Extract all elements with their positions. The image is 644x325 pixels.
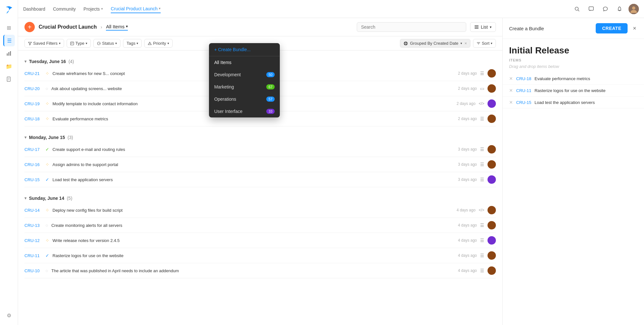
sort-btn[interactable]: Sort ▾ xyxy=(473,39,496,48)
item-title[interactable]: Create monitoring alerts for all servers xyxy=(51,223,455,228)
status-icon: ✓ xyxy=(45,253,49,258)
item-id[interactable]: CRU-17 xyxy=(24,147,42,152)
nav-dashboard[interactable]: Dashboard xyxy=(23,5,45,13)
item-id[interactable]: CRU-16 xyxy=(24,162,42,167)
search-icon-btn[interactable] xyxy=(572,4,582,14)
chat-icon-btn[interactable] xyxy=(586,4,596,14)
item-title[interactable]: Deploy new config files for build script xyxy=(52,208,453,213)
item-avatar xyxy=(488,221,496,229)
tags-filter-btn[interactable]: Tags ▾ xyxy=(123,39,142,48)
item-type-icon: ☰ xyxy=(480,147,484,152)
group-header-sunday[interactable]: ▾ Sunday, June 14 (5) xyxy=(24,192,496,203)
group-chevron: ▾ xyxy=(24,196,26,200)
dropdown-ops-badge: 57 xyxy=(266,97,275,102)
item-id[interactable]: CRU-10 xyxy=(24,268,42,273)
item-title[interactable]: Write release notes for version 2.4.5 xyxy=(52,238,455,243)
status-icon: ✓ xyxy=(45,147,49,152)
app-logo xyxy=(3,4,15,15)
item-avatar xyxy=(488,115,496,123)
type-arrow: ▾ xyxy=(86,42,87,45)
saved-filters-label: Saved Filters xyxy=(33,41,58,46)
project-add-btn[interactable]: + xyxy=(24,22,35,32)
svg-rect-9 xyxy=(589,7,593,10)
item-id[interactable]: CRU-14 xyxy=(24,208,42,213)
nav-projects-label: Projects xyxy=(83,6,100,12)
item-time: 3 days ago xyxy=(458,162,477,167)
item-time: 4 days ago xyxy=(457,208,476,212)
nav-projects[interactable]: Projects ▾ xyxy=(83,5,103,13)
right-panel: Create a Bundle CREATE × Initial Release… xyxy=(502,18,644,325)
dropdown-item-operations[interactable]: Operations 57 xyxy=(209,93,280,105)
sidebar-icon-chart[interactable] xyxy=(3,48,15,59)
all-items-arrow: ▾ xyxy=(126,24,128,29)
grouped-by-btn[interactable]: Grouped By Created Date ▾ × xyxy=(400,39,470,48)
create-bundle-btn[interactable]: CREATE xyxy=(596,23,628,33)
search-input[interactable] xyxy=(357,22,466,32)
status-icon: ⁘ xyxy=(45,238,49,243)
remove-bundle-item-btn[interactable]: ✕ xyxy=(509,76,513,81)
bundle-item-title: Rasterize logos for use on the website xyxy=(535,88,605,93)
item-title[interactable]: Create support e-mail and routing rules xyxy=(52,147,455,152)
status-icon: ⁘ xyxy=(45,116,49,121)
right-panel-header: Create a Bundle CREATE × xyxy=(503,18,644,39)
item-id[interactable]: CRU-11 xyxy=(24,253,42,258)
item-id[interactable]: CRU-13 xyxy=(24,223,42,228)
list-view-btn[interactable]: List ▾ xyxy=(470,22,496,32)
close-panel-btn[interactable]: × xyxy=(631,24,638,33)
item-title[interactable]: The article that was published in April … xyxy=(51,268,455,273)
item-id[interactable]: CRU-18 xyxy=(24,116,42,121)
grouped-by-arrow: ▾ xyxy=(460,42,462,45)
item-type-icon: ☰ xyxy=(480,238,484,243)
table-row: CRU-12 ⁘ Write release notes for version… xyxy=(24,233,496,248)
sidebar-icon-doc[interactable] xyxy=(3,73,15,85)
notification-icon-btn[interactable] xyxy=(614,4,625,14)
sidebar-icon-settings[interactable]: ⚙ xyxy=(3,310,15,321)
nav-project-name-label: Crucial Product Launch xyxy=(111,6,158,11)
item-avatar xyxy=(488,145,496,153)
dropdown-item-all-items[interactable]: All Items xyxy=(209,56,280,69)
dropdown-item-marketing[interactable]: Marketing 67 xyxy=(209,81,280,93)
saved-filters-btn[interactable]: Saved Filters ▾ xyxy=(24,39,64,48)
bundle-item-title: Evaluate performance metrics xyxy=(535,76,590,81)
item-id[interactable]: CRU-15 xyxy=(24,177,42,182)
project-main: + Crucial Product Launch › All Items ▾ +… xyxy=(18,18,502,325)
status-filter-btn[interactable]: Status ▾ xyxy=(93,39,120,48)
item-id[interactable]: CRU-12 xyxy=(24,238,42,243)
item-id[interactable]: CRU-19 xyxy=(24,101,42,106)
project-title[interactable]: Crucial Product Launch xyxy=(39,24,97,30)
item-id[interactable]: CRU-20 xyxy=(24,86,42,91)
status-icon: ⁘ xyxy=(45,71,49,76)
sidebar-icon-grid[interactable]: ⊞ xyxy=(3,22,15,33)
item-title[interactable]: Assign admins to the support portal xyxy=(52,162,455,167)
table-row: CRU-15 ✓ Load test the application serve… xyxy=(24,172,496,187)
all-items-btn[interactable]: All Items ▾ + Create Bundle... All Items… xyxy=(106,24,128,31)
type-filter-btn[interactable]: Type ▾ xyxy=(67,39,91,48)
dropdown-item-development[interactable]: Development 50 xyxy=(209,69,280,81)
comment-icon-btn[interactable] xyxy=(600,4,611,14)
group-chevron: ▾ xyxy=(24,135,26,140)
group-header-monday[interactable]: ▾ Monday, June 15 (3) xyxy=(24,132,496,142)
saved-filters-arrow: ▾ xyxy=(59,42,61,45)
item-title[interactable]: Load test the application servers xyxy=(52,177,455,182)
sidebar-icon-folder[interactable]: 📁 xyxy=(3,60,15,72)
user-avatar[interactable] xyxy=(629,4,639,14)
create-bundle-btn[interactable]: + Create Bundle... xyxy=(209,43,280,56)
item-avatar xyxy=(488,266,496,275)
main-container: Dashboard Community Projects ▾ Crucial P… xyxy=(18,0,644,325)
item-time: 4 days ago xyxy=(458,268,477,273)
priority-filter-btn[interactable]: Priority ▾ xyxy=(144,39,172,48)
item-id[interactable]: CRU-21 xyxy=(24,71,42,76)
grouped-by-x[interactable]: × xyxy=(465,41,467,46)
nav-community[interactable]: Community xyxy=(53,5,76,13)
remove-bundle-item-btn[interactable]: ✕ xyxy=(509,100,513,105)
dropdown-ops-label: Operations xyxy=(214,97,236,102)
dropdown-item-user-interface[interactable]: User Interface 33 xyxy=(209,105,280,117)
svg-rect-13 xyxy=(475,25,478,26)
sidebar-icon-list[interactable]: ☰ xyxy=(3,35,15,46)
table-row: CRU-17 ✓ Create support e-mail and routi… xyxy=(24,142,496,157)
remove-bundle-item-btn[interactable]: ✕ xyxy=(509,88,513,93)
right-panel-title: Create a Bundle xyxy=(509,26,544,31)
item-title[interactable]: Rasterize logos for use on the website xyxy=(52,253,455,258)
project-header: + Crucial Product Launch › All Items ▾ +… xyxy=(18,18,502,36)
nav-project-name[interactable]: Crucial Product Launch ▾ xyxy=(111,5,161,13)
